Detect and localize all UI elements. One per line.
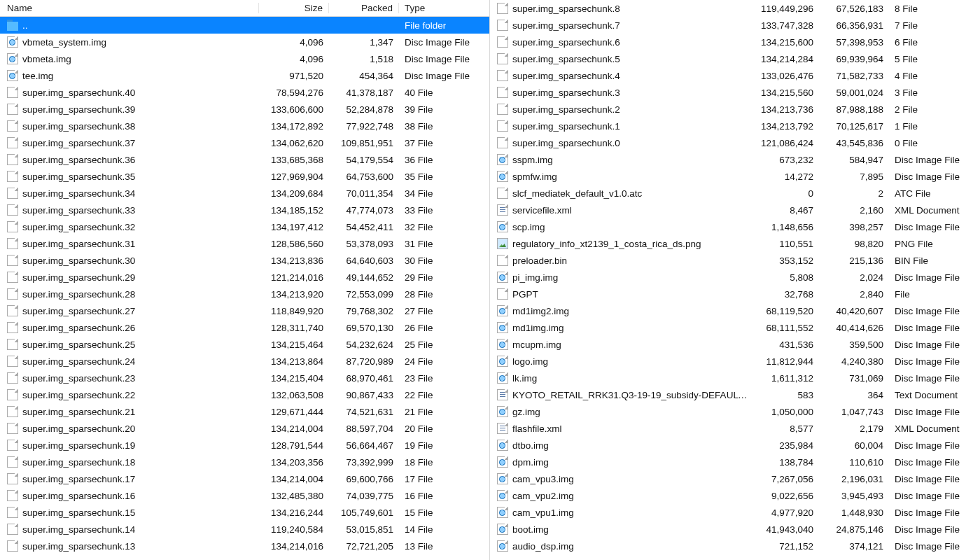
file-row[interactable]: super.img_sparsechunk.14119,240,58453,01…	[0, 521, 489, 538]
file-row[interactable]: super.img_sparsechunk.27118,849,92079,76…	[0, 302, 489, 319]
file-row[interactable]: super.img_sparsechunk.21129,671,44474,52…	[0, 403, 489, 420]
column-header-packed[interactable]: Packed	[329, 3, 399, 13]
file-name-label: cam_vpu2.img	[512, 491, 574, 501]
file-row[interactable]: scp.img1,148,656398,257Disc Image File	[490, 218, 980, 235]
file-row[interactable]: pi_img.img5,8082,024Disc Image File	[490, 269, 980, 286]
file-row[interactable]: audio_dsp.img721,152374,121Disc Image Fi…	[490, 538, 980, 554]
file-row[interactable]: super.img_sparsechunk.16132,485,38074,03…	[0, 487, 489, 504]
file-name-cell: super.img_sparsechunk.7	[497, 20, 749, 31]
file-row[interactable]: super.img_sparsechunk.5134,214,28469,939…	[490, 50, 980, 67]
file-row[interactable]: dpm.img138,784110,610Disc Image File	[490, 454, 980, 470]
right-file-list[interactable]: super.img_sparsechunk.8119,449,29667,526…	[490, 0, 980, 560]
file-row[interactable]: vbmeta_system.img4,0961,347Disc Image Fi…	[0, 34, 489, 50]
file-row[interactable]: super.img_sparsechunk.4133,026,47671,582…	[490, 67, 980, 84]
file-row[interactable]: boot.img41,943,04024,875,146Disc Image F…	[490, 521, 980, 538]
file-row[interactable]: super.img_sparsechunk.34134,209,68470,01…	[0, 185, 489, 202]
file-row[interactable]: preloader.bin353,152215,136BIN File	[490, 252, 980, 269]
file-packed-cell: 731,069	[819, 373, 889, 384]
file-row[interactable]: super.img_sparsechunk.13134,214,01672,72…	[0, 538, 489, 554]
file-row[interactable]: cam_vpu3.img7,267,0562,196,031Disc Image…	[490, 470, 980, 487]
file-row[interactable]: super.img_sparsechunk.1134,213,79270,125…	[490, 118, 980, 134]
file-row[interactable]: super.img_sparsechunk.37134,062,620109,8…	[0, 134, 489, 151]
file-name-cell: ..	[7, 20, 259, 31]
column-header-type[interactable]: Type	[399, 3, 489, 13]
file-row[interactable]: md1img2.img68,119,52040,420,607Disc Imag…	[490, 302, 980, 319]
file-row[interactable]: super.img_sparsechunk.24134,213,86487,72…	[0, 353, 489, 370]
file-type-cell: Disc Image File	[889, 524, 980, 535]
file-row[interactable]: KYOTO_RETAIL_RRK31.Q3-19-19_subsidy-DEFA…	[490, 386, 980, 403]
file-name-cell: md1img2.img	[497, 305, 749, 316]
file-row[interactable]: flashfile.xml8,5772,179XML Document	[490, 420, 980, 437]
file-row[interactable]: mcupm.img431,536359,500Disc Image File	[490, 336, 980, 353]
file-row[interactable]: slcf_mediatek_default_v1.0.atc02ATC File	[490, 185, 980, 202]
file-type-cell: 18 File	[399, 457, 489, 468]
file-row[interactable]: super.img_sparsechunk.8119,449,29667,526…	[490, 0, 980, 17]
file-packed-cell: 41,378,187	[329, 88, 399, 98]
file-name-cell: super.img_sparsechunk.16	[7, 490, 259, 501]
file-row[interactable]: super.img_sparsechunk.32134,197,41254,45…	[0, 218, 489, 235]
file-row[interactable]: super.img_sparsechunk.23134,215,40468,97…	[0, 370, 489, 386]
file-row[interactable]: super.img_sparsechunk.39133,606,60052,28…	[0, 101, 489, 118]
file-row[interactable]: super.img_sparsechunk.6134,215,60057,398…	[490, 34, 980, 50]
file-size-cell: 4,096	[259, 37, 329, 48]
file-row[interactable]: sspm.img673,232584,947Disc Image File	[490, 151, 980, 168]
file-row[interactable]: super.img_sparsechunk.17134,214,00469,60…	[0, 470, 489, 487]
disc-image-icon	[497, 540, 508, 552]
file-name-cell: md1img.img	[497, 322, 749, 333]
file-row[interactable]: super.img_sparsechunk.18134,203,35673,39…	[0, 454, 489, 470]
file-row[interactable]: super.img_sparsechunk.38134,172,89277,92…	[0, 118, 489, 134]
column-header-name[interactable]: Name	[7, 3, 259, 13]
file-row[interactable]: super.img_sparsechunk.29121,214,01649,14…	[0, 269, 489, 286]
file-row[interactable]: super.img_sparsechunk.26128,311,74069,57…	[0, 319, 489, 336]
file-row[interactable]: super.img_sparsechunk.30134,213,83664,64…	[0, 252, 489, 269]
file-type-cell: 6 File	[889, 37, 980, 48]
file-row[interactable]: super.img_sparsechunk.35127,969,90464,75…	[0, 168, 489, 185]
file-row[interactable]: tee.img971,520454,364Disc Image File	[0, 67, 489, 84]
file-packed-cell: 398,257	[819, 222, 889, 232]
file-name-cell: super.img_sparsechunk.36	[7, 154, 259, 165]
file-packed-cell: 57,398,953	[819, 37, 889, 48]
file-name-label: dtbo.img	[512, 440, 549, 451]
generic-file-icon	[497, 36, 508, 48]
file-type-cell: XML Document	[889, 424, 980, 434]
file-name-label: vbmeta_system.img	[22, 37, 106, 48]
file-row[interactable]: ..File folder	[0, 17, 489, 34]
file-size-cell: 132,485,380	[259, 491, 329, 501]
file-size-cell: 134,209,684	[259, 188, 329, 199]
file-row[interactable]: regulatory_info_xt2139_1_costa_rica_ds.p…	[490, 235, 980, 252]
file-row[interactable]: super.img_sparsechunk.0121,086,42443,545…	[490, 134, 980, 151]
file-row[interactable]: super.img_sparsechunk.36133,685,36854,17…	[0, 151, 489, 168]
file-row[interactable]: cam_vpu1.img4,977,9201,448,930Disc Image…	[490, 504, 980, 521]
left-file-list[interactable]: ..File foldervbmeta_system.img4,0961,347…	[0, 17, 489, 560]
file-name-label: flashfile.xml	[512, 424, 562, 434]
file-row[interactable]: PGPT32,7682,840File	[490, 286, 980, 302]
file-row[interactable]: super.img_sparsechunk.3134,215,56059,001…	[490, 84, 980, 101]
file-row[interactable]: super.img_sparsechunk.22132,063,50890,86…	[0, 386, 489, 403]
file-row[interactable]: dtbo.img235,98460,004Disc Image File	[490, 437, 980, 454]
file-row[interactable]: super.img_sparsechunk.33134,185,15247,77…	[0, 202, 489, 218]
file-row[interactable]: gz.img1,050,0001,047,743Disc Image File	[490, 403, 980, 420]
file-row[interactable]: super.img_sparsechunk.7133,747,32866,356…	[490, 17, 980, 34]
file-name-label: super.img_sparsechunk.29	[22, 272, 135, 283]
file-row[interactable]: lk.img1,611,312731,069Disc Image File	[490, 370, 980, 386]
file-name-label: super.img_sparsechunk.8	[512, 4, 620, 14]
file-row[interactable]: super.img_sparsechunk.2134,213,73687,988…	[490, 101, 980, 118]
file-type-cell: 13 File	[399, 541, 489, 552]
file-row[interactable]: spmfw.img14,2727,895Disc Image File	[490, 168, 980, 185]
file-row[interactable]: super.img_sparsechunk.25134,215,46454,23…	[0, 336, 489, 353]
file-row[interactable]: md1img.img68,111,55240,414,626Disc Image…	[490, 319, 980, 336]
file-row[interactable]: super.img_sparsechunk.4078,594,27641,378…	[0, 84, 489, 101]
file-row[interactable]: logo.img11,812,9444,240,380Disc Image Fi…	[490, 353, 980, 370]
file-row[interactable]: vbmeta.img4,0961,518Disc Image File	[0, 50, 489, 67]
file-name-cell: super.img_sparsechunk.35	[7, 171, 259, 182]
file-row[interactable]: super.img_sparsechunk.15134,216,244105,7…	[0, 504, 489, 521]
disc-image-icon	[7, 53, 18, 64]
file-row[interactable]: super.img_sparsechunk.19128,791,54456,66…	[0, 437, 489, 454]
file-row[interactable]: cam_vpu2.img9,022,6563,945,493Disc Image…	[490, 487, 980, 504]
column-header-size[interactable]: Size	[259, 3, 329, 13]
file-row[interactable]: super.img_sparsechunk.20134,214,00488,59…	[0, 420, 489, 437]
file-row[interactable]: super.img_sparsechunk.28134,213,92072,55…	[0, 286, 489, 302]
file-row[interactable]: super.img_sparsechunk.31128,586,56053,37…	[0, 235, 489, 252]
file-name-label: super.img_sparsechunk.16	[22, 491, 135, 501]
file-row[interactable]: servicefile.xml8,4672,160XML Document	[490, 202, 980, 218]
